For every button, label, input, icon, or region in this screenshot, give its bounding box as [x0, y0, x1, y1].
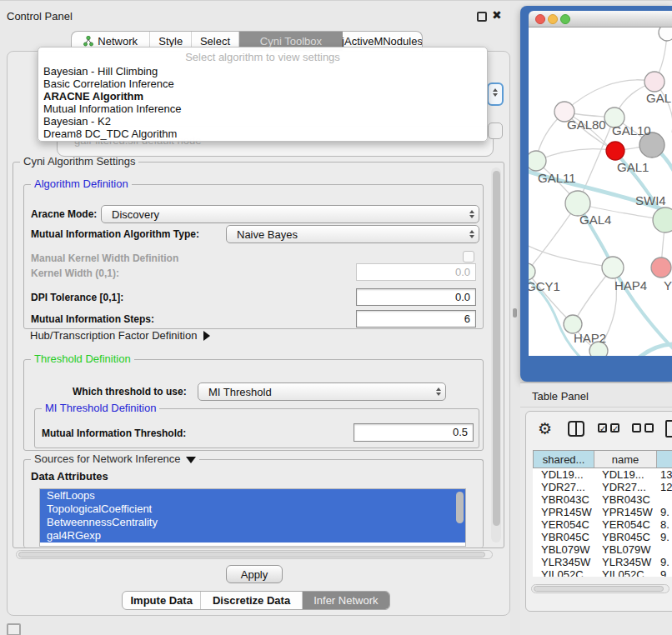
- dropdown-item[interactable]: Dream8 DC_TDC Algorithm: [43, 128, 177, 140]
- sources-group: Sources for Network Inference Data Attri…: [23, 459, 484, 548]
- deselect-all-checkbox-icon[interactable]: [632, 423, 641, 432]
- node-label: SWI4: [635, 193, 666, 208]
- tab-impute-data[interactable]: Impute Data: [123, 592, 201, 609]
- table-row[interactable]: YIL052CYIL052C9.: [533, 568, 672, 577]
- table-row[interactable]: YBL079WYBL079W: [533, 543, 672, 556]
- table-row[interactable]: YPR145WYPR145W9.: [533, 506, 672, 518]
- node-label: GCY1: [529, 279, 560, 293]
- network-graph: GAL GAL80 GAL10 GAL1 GAL11 SWI4 GAL4 GCY…: [529, 28, 672, 356]
- list-item[interactable]: BetweennessCentrality: [40, 516, 465, 529]
- node-label: GAL4: [579, 212, 611, 227]
- column-header-name[interactable]: name: [594, 451, 656, 468]
- panel-divider[interactable]: [510, 1, 520, 635]
- settings-hscrollbar-thumb[interactable]: [18, 552, 485, 558]
- sources-legend[interactable]: Sources for Network Inference: [31, 452, 199, 465]
- dpi-tolerance-field[interactable]: 0.0: [356, 288, 476, 306]
- node-swi4[interactable]: [653, 208, 672, 232]
- zoom-traffic-light-icon[interactable]: [560, 14, 570, 24]
- which-threshold-combobox[interactable]: MI Threshold: [198, 382, 446, 401]
- list-item[interactable]: gal4RGexp: [40, 529, 465, 542]
- node-label: GAL80: [567, 118, 606, 132]
- hub-definition-toggle[interactable]: Hub/Transcription Factor Definition: [30, 329, 210, 342]
- float-window-icon[interactable]: [477, 12, 487, 22]
- export-table-icon[interactable]: [665, 420, 672, 438]
- table-row[interactable]: YDR27...YDR27...12: [533, 481, 672, 493]
- dropdown-item-selected[interactable]: ARACNE Algorithm: [43, 90, 143, 102]
- mi-threshold-definition-legend: MI Threshold Definition: [42, 402, 159, 414]
- close-icon[interactable]: ✖: [492, 8, 502, 22]
- data-attributes-list[interactable]: SelfLoops TopologicalCoefficient Between…: [39, 488, 466, 547]
- table-row[interactable]: YBR043CYBR043C: [533, 493, 672, 506]
- mi-algorithm-type-label: Mutual Information Algorithm Type:: [31, 228, 199, 240]
- table-row[interactable]: YLR345WYLR345W9.: [533, 556, 672, 568]
- node-gcy1[interactable]: [529, 263, 535, 280]
- node-label: HAP4: [614, 278, 647, 292]
- list-item[interactable]: TopologicalCoefficient: [40, 502, 465, 516]
- settings-scrollbar-track[interactable]: [491, 168, 501, 542]
- select-all-checkbox-icon[interactable]: ✓: [598, 423, 607, 432]
- divider-handle[interactable]: [513, 308, 517, 318]
- dropdown-item[interactable]: Mutual Information Inference: [43, 102, 181, 115]
- node-hap4[interactable]: [602, 257, 624, 278]
- network-canvas[interactable]: GAL GAL80 GAL10 GAL1 GAL11 SWI4 GAL4 GCY…: [529, 28, 672, 356]
- dropdown-item[interactable]: Bayesian - K2: [43, 115, 111, 128]
- dropdown-item[interactable]: Basic Correlation Inference: [43, 78, 174, 90]
- combo-spinner-icon: [465, 210, 479, 218]
- deselect-all-checkbox-icon[interactable]: [644, 423, 654, 432]
- column-header-shared-name[interactable]: shared...: [534, 451, 594, 468]
- data-attributes-label: Data Attributes: [31, 470, 108, 482]
- columns-icon[interactable]: [568, 421, 584, 437]
- mi-algorithm-type-combobox[interactable]: Naive Bayes: [226, 225, 479, 243]
- network-icon: [83, 36, 93, 47]
- table-row[interactable]: YDL19...YDL19...13: [533, 468, 672, 481]
- table-panel: Table Panel ⚙ ✓ ✓ shared... name YDL19..…: [520, 382, 672, 635]
- control-panel-title: Control Panel: [7, 10, 73, 22]
- node-gal1-selected[interactable]: [606, 142, 624, 160]
- table-panel-titlebar: Table Panel: [520, 382, 672, 408]
- list-scrollbar-thumb[interactable]: [456, 492, 464, 523]
- close-traffic-light-icon[interactable]: [535, 14, 545, 24]
- kernel-width-field[interactable]: 0.0: [356, 263, 476, 281]
- network-combobox-end[interactable]: [488, 122, 503, 139]
- minimized-panel-icon[interactable]: [7, 623, 21, 635]
- node-label: GAL: [646, 91, 671, 105]
- cyni-algorithm-settings-group: Cyni Algorithm Settings Algorithm Defini…: [13, 162, 504, 548]
- aracne-mode-label: Aracne Mode:: [31, 208, 97, 220]
- cyni-algorithm-settings-legend: Cyni Algorithm Settings: [20, 155, 138, 168]
- algorithm-combobox-spinner[interactable]: [487, 82, 504, 106]
- select-all-checkbox-icon[interactable]: ✓: [610, 423, 619, 432]
- combo-spinner-icon: [432, 388, 445, 396]
- node-gal[interactable]: [644, 72, 664, 92]
- tab-discretize-data[interactable]: Discretize Data: [201, 592, 302, 609]
- dropdown-item[interactable]: Bayesian - Hill Climbing: [43, 65, 158, 78]
- table-row[interactable]: YBR045CYBR045C9.: [533, 531, 672, 543]
- minimize-traffic-light-icon[interactable]: [548, 14, 558, 24]
- threshold-definition-legend: Threshold Definition: [31, 352, 134, 365]
- apply-button[interactable]: Apply: [226, 565, 283, 583]
- list-item[interactable]: SelfLoops: [40, 489, 465, 502]
- tab-infer-network[interactable]: Infer Network: [303, 592, 389, 609]
- which-threshold-label: Which threshold to use:: [73, 386, 187, 398]
- aracne-mode-combobox[interactable]: Discovery: [101, 205, 479, 223]
- screen: Control Panel ✖ Network Style Select Cyn…: [0, 0, 672, 635]
- node-salmon[interactable]: [651, 258, 671, 278]
- table-row[interactable]: YER054CYER054C8.: [533, 518, 672, 531]
- table-hscrollbar-thumb[interactable]: [534, 586, 664, 592]
- mi-threshold-definition-group: MI Threshold Definition Mutual Informati…: [34, 408, 479, 448]
- network-window-titlebar[interactable]: [529, 11, 672, 28]
- table-panel-container: ⚙ ✓ ✓ shared... name YDL19...YDL19...13 …: [525, 411, 672, 612]
- settings-hscrollbar[interactable]: [16, 550, 493, 559]
- table-hscrollbar[interactable]: [531, 584, 669, 593]
- settings-scrollbar-thumb[interactable]: [493, 171, 500, 526]
- node[interactable]: [659, 28, 672, 41]
- manual-kernel-width-label: Manual Kernel Width Definition: [31, 252, 178, 264]
- dpi-tolerance-label: DPI Tolerance [0,1]:: [31, 292, 123, 303]
- manual-kernel-width-checkbox[interactable]: [463, 251, 474, 262]
- mi-threshold-field[interactable]: 0.5: [354, 423, 474, 442]
- table-panel-title: Table Panel: [532, 390, 589, 402]
- gear-icon[interactable]: ⚙: [538, 419, 552, 438]
- node-gal11[interactable]: [529, 151, 546, 171]
- table-body[interactable]: YDL19...YDL19...13 YDR27...YDR27...12 YB…: [533, 468, 672, 577]
- column-header-cut[interactable]: [657, 451, 672, 468]
- mi-steps-field[interactable]: 6: [356, 310, 476, 328]
